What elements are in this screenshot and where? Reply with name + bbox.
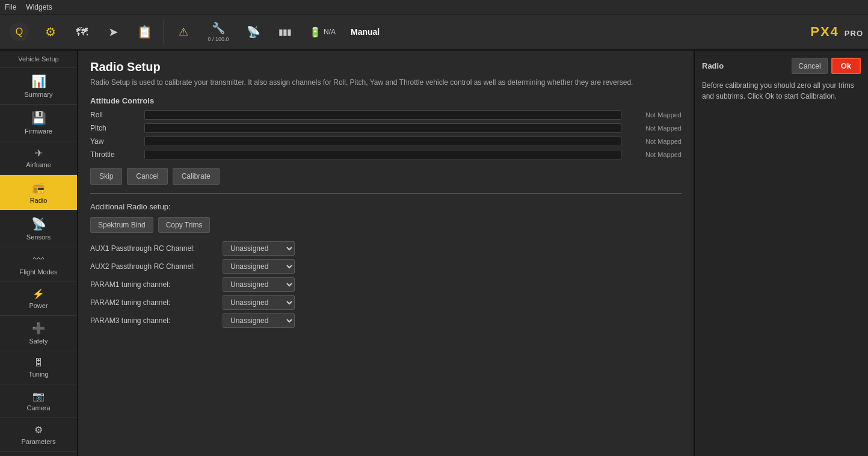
additional-section-title: Additional Radio setup: xyxy=(90,202,682,211)
wrench-button[interactable]: 🔧 0 / 100.0 xyxy=(200,16,236,48)
aux1-select[interactable]: Unassigned Channel 1 Channel 2 Channel 3 xyxy=(223,241,295,256)
toolbar-divider-1 xyxy=(164,20,164,44)
param3-select[interactable]: Unassigned Channel 1 Channel 2 xyxy=(223,313,295,328)
warning-icon: ⚠ xyxy=(179,25,188,39)
aux1-label: AUX1 Passthrough RC Channel: xyxy=(90,244,223,253)
spektrum-bind-button[interactable]: Spektrum Bind xyxy=(90,217,153,233)
page-title: Radio Setup xyxy=(90,60,682,74)
content-area: Radio Setup Radio Setup is used to calib… xyxy=(78,51,694,456)
battery-icon: 🔋 xyxy=(309,26,321,38)
sidebar-item-safety[interactable]: ➕ Safety xyxy=(0,316,77,351)
sidebar-label-flight-modes: Flight Modes xyxy=(20,268,58,276)
sidebar-item-firmware[interactable]: 💾 Firmware xyxy=(0,105,77,141)
skip-button[interactable]: Skip xyxy=(90,168,122,185)
section-divider xyxy=(90,193,682,194)
battery-button[interactable]: 🔋 N/A xyxy=(301,16,343,48)
yaw-status: Not Mapped xyxy=(627,138,682,145)
sidebar-label-safety: Safety xyxy=(29,337,48,345)
sidebar-item-power[interactable]: ⚡ Power xyxy=(0,282,77,316)
camera-icon: 📷 xyxy=(32,390,45,402)
plan-button[interactable]: ➤ xyxy=(99,16,128,48)
roll-label: Roll xyxy=(90,111,138,119)
menu-widgets[interactable]: Widgets xyxy=(26,3,52,11)
channel-row-param1: PARAM1 tuning channel: Unassigned Channe… xyxy=(90,277,682,292)
airframe-icon: ✈ xyxy=(35,147,43,159)
param2-label: PARAM2 tuning channel: xyxy=(90,298,223,307)
right-panel: Radio Cancel Ok Before calibrating you s… xyxy=(694,51,868,456)
sidebar-label-power: Power xyxy=(29,302,48,309)
setup-buttons: Spektrum Bind Copy Trims xyxy=(90,217,682,233)
brand-logo: PX4 PRO xyxy=(810,24,863,40)
sidebar-item-summary[interactable]: 📊 Summary xyxy=(0,68,77,105)
sidebar-header: Vehicle Setup xyxy=(0,51,77,68)
sidebar-label-sensors: Sensors xyxy=(26,233,51,241)
warning-button[interactable]: ⚠ xyxy=(169,16,198,48)
sidebar-item-airframe[interactable]: ✈ Airframe xyxy=(0,141,77,175)
sidebar-label-radio: Radio xyxy=(30,197,48,204)
bars-button[interactable]: ▮▮▮ xyxy=(270,16,299,48)
sidebar-item-parameters[interactable]: ⚙ Parameters xyxy=(0,418,77,452)
log-icon: 📋 xyxy=(137,25,152,39)
menu-bar: File Widgets xyxy=(0,0,868,14)
param1-label: PARAM1 tuning channel: xyxy=(90,280,223,289)
right-panel-description: Before calibrating you should zero all y… xyxy=(702,80,861,102)
toolbar: Q ⚙ 🗺 ➤ 📋 ⚠ 🔧 0 / 100.0 📡 ▮▮▮ 🔋 N/A Manu… xyxy=(0,14,868,51)
power-icon: ⚡ xyxy=(32,288,45,300)
param2-select[interactable]: Unassigned Channel 1 Channel 2 xyxy=(223,295,295,310)
copy-trims-button[interactable]: Copy Trims xyxy=(158,217,211,233)
channel-row-param3: PARAM3 tuning channel: Unassigned Channe… xyxy=(90,313,682,328)
aux2-select[interactable]: Unassigned Channel 1 Channel 2 Channel 3 xyxy=(223,259,295,274)
sidebar-label-camera: Camera xyxy=(26,404,50,411)
calibrate-button[interactable]: Calibrate xyxy=(173,168,220,185)
radio-icon: 📻 xyxy=(32,181,45,194)
parameters-icon: ⚙ xyxy=(34,424,43,436)
app-home-button[interactable]: Q xyxy=(5,16,34,48)
cancel-button[interactable]: Cancel xyxy=(127,168,167,185)
right-panel-actions: Cancel Ok xyxy=(792,58,861,74)
attitude-section-heading: Attitude Controls xyxy=(90,96,682,105)
sidebar-item-tuning[interactable]: 🎛 Tuning xyxy=(0,351,77,384)
sidebar-item-sensors[interactable]: 📡 Sensors xyxy=(0,211,77,247)
battery-label: N/A xyxy=(324,28,336,36)
bars-icon: ▮▮▮ xyxy=(279,27,291,37)
summary-icon: 📊 xyxy=(31,74,46,88)
sidebar-item-camera[interactable]: 📷 Camera xyxy=(0,384,77,418)
safety-icon: ➕ xyxy=(32,322,45,335)
param3-label: PARAM3 tuning channel: xyxy=(90,316,223,325)
sidebar-item-flight-modes[interactable]: 〰 Flight Modes xyxy=(0,247,77,282)
pitch-label: Pitch xyxy=(90,124,138,132)
pitch-bar xyxy=(144,123,621,133)
signal-button[interactable]: 📡 xyxy=(239,16,268,48)
throttle-status: Not Mapped xyxy=(627,151,682,158)
sidebar-label-summary: Summary xyxy=(24,91,52,98)
sidebar-label-tuning: Tuning xyxy=(28,371,48,378)
settings-button[interactable]: ⚙ xyxy=(36,16,65,48)
channel-row-param2: PARAM2 tuning channel: Unassigned Channe… xyxy=(90,295,682,310)
map-icon: 🗺 xyxy=(76,25,88,39)
yaw-bar xyxy=(144,137,621,146)
menu-file[interactable]: File xyxy=(5,3,16,11)
sidebar-label-airframe: Airframe xyxy=(26,161,51,168)
attitude-row-throttle: Throttle Not Mapped xyxy=(90,150,682,159)
throttle-label: Throttle xyxy=(90,150,138,159)
wrench-icon: 🔧 xyxy=(212,22,225,35)
map-button[interactable]: 🗺 xyxy=(67,16,96,48)
action-buttons: Skip Cancel Calibrate xyxy=(90,168,682,185)
right-cancel-button[interactable]: Cancel xyxy=(792,58,827,74)
aux2-label: AUX2 Passthrough RC Channel: xyxy=(90,262,223,271)
roll-status: Not Mapped xyxy=(627,111,682,119)
log-button[interactable]: 📋 xyxy=(130,16,159,48)
flight-mode-label: Manual xyxy=(351,27,380,37)
tuning-icon: 🎛 xyxy=(34,357,43,368)
right-panel-header: Radio Cancel Ok xyxy=(702,58,861,74)
flight-mode-status: Manual xyxy=(351,27,380,37)
plan-icon: ➤ xyxy=(108,25,119,39)
counter-value: 0 / 100.0 xyxy=(208,36,229,42)
channel-row-aux1: AUX1 Passthrough RC Channel: Unassigned … xyxy=(90,241,682,256)
sidebar: Vehicle Setup 📊 Summary 💾 Firmware ✈ Air… xyxy=(0,51,78,456)
toolbar-right: PX4 PRO xyxy=(810,24,863,40)
sidebar-item-radio[interactable]: 📻 Radio xyxy=(0,175,77,211)
param1-select[interactable]: Unassigned Channel 1 Channel 2 xyxy=(223,277,295,292)
app-icon: Q xyxy=(10,22,29,42)
right-ok-button[interactable]: Ok xyxy=(831,58,861,74)
